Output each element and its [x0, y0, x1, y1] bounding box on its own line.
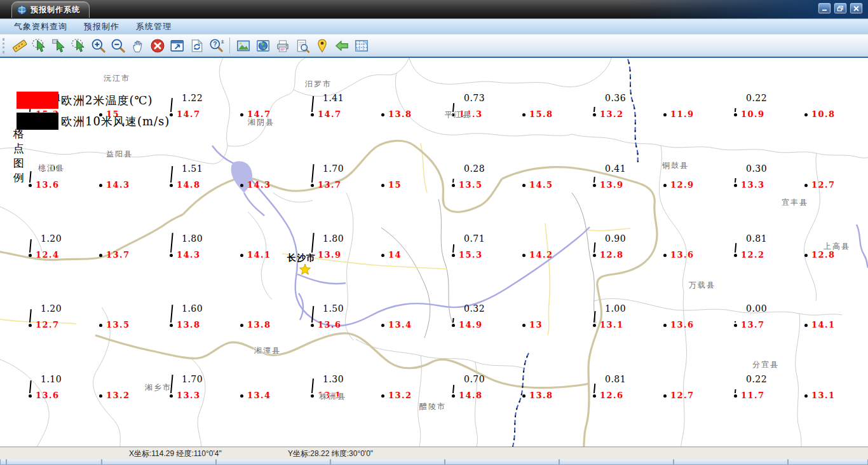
district-boundaries — [381, 193, 596, 338]
zoom-in-icon[interactable] — [88, 37, 108, 55]
menu-forecast-production[interactable]: 预报制作 — [78, 20, 126, 34]
refresh-icon[interactable] — [187, 37, 207, 55]
zoom-ratio-icon[interactable]: ? ± — [207, 37, 226, 55]
export-image-icon[interactable] — [233, 37, 253, 55]
minimize-button[interactable] — [818, 3, 831, 14]
close-button[interactable] — [850, 3, 863, 14]
status-y-coordinate: Y坐标:28.22 纬度:30°0'0" — [288, 448, 373, 459]
county-boundaries — [0, 58, 868, 447]
restore-button[interactable] — [834, 3, 847, 14]
menu-weather-data-query[interactable]: 气象资料查询 — [8, 20, 74, 34]
measure-icon[interactable] — [10, 37, 29, 55]
menu-system-management[interactable]: 系统管理 — [130, 20, 178, 34]
status-strip-cell — [788, 459, 868, 465]
status-strip-cell — [674, 459, 788, 465]
menu-bar: 气象资料查询 预报制作 系统管理 — [0, 18, 868, 34]
status-strip-cell — [216, 459, 330, 465]
locate-pin-icon[interactable] — [312, 37, 332, 55]
window-controls — [818, 3, 863, 14]
status-strip-cell — [6, 459, 102, 465]
map-canvas[interactable]: 0.6115.2151.2214.714.71.4114.713.80.7314… — [0, 58, 868, 447]
toolbar: ? ± — [0, 34, 868, 58]
window-title: 预报制作系统 — [31, 4, 80, 15]
status-strip-cell — [330, 459, 445, 465]
app-window: 预报制作系统 气象资料查询 预报制作 系统管理 — [0, 0, 868, 465]
globe-logo-icon — [17, 5, 27, 15]
pan-hand-icon[interactable] — [128, 37, 147, 55]
status-strip-cell — [559, 459, 674, 465]
toolbar-grip[interactable] — [3, 38, 7, 53]
grid-view-icon[interactable] — [351, 37, 371, 55]
status-strip-cell — [102, 459, 216, 465]
title-bar: 预报制作系统 — [0, 0, 868, 18]
status-x-coordinate: X坐标:114.29 经度:110°0'4" — [129, 448, 222, 459]
select-area-icon[interactable] — [69, 37, 88, 55]
changsha-star — [299, 264, 310, 274]
print-preview-icon[interactable] — [292, 37, 312, 55]
toolbar-separator — [229, 38, 230, 53]
svg-text:?: ? — [213, 41, 217, 48]
status-strip — [0, 459, 868, 465]
svg-text:±: ± — [220, 38, 224, 44]
deselect-icon[interactable] — [49, 37, 69, 55]
select-icon[interactable] — [29, 37, 49, 55]
status-strip-cell — [0, 459, 6, 465]
rivers — [212, 146, 868, 326]
lake — [231, 162, 252, 193]
globe-view-icon[interactable] — [253, 37, 273, 55]
full-extent-icon[interactable] — [167, 37, 187, 55]
map-base-layer — [0, 58, 868, 447]
zoom-out-icon[interactable] — [108, 37, 128, 55]
clear-stop-icon[interactable] — [147, 37, 167, 55]
status-strip-cell — [445, 459, 559, 465]
status-bar: X坐标:114.29 经度:110°0'4" Y坐标:28.22 纬度:30°0… — [0, 447, 868, 459]
back-arrow-icon[interactable] — [332, 37, 351, 55]
print-icon[interactable] — [273, 37, 292, 55]
title-tab: 预报制作系统 — [11, 1, 90, 18]
roads — [0, 143, 630, 335]
